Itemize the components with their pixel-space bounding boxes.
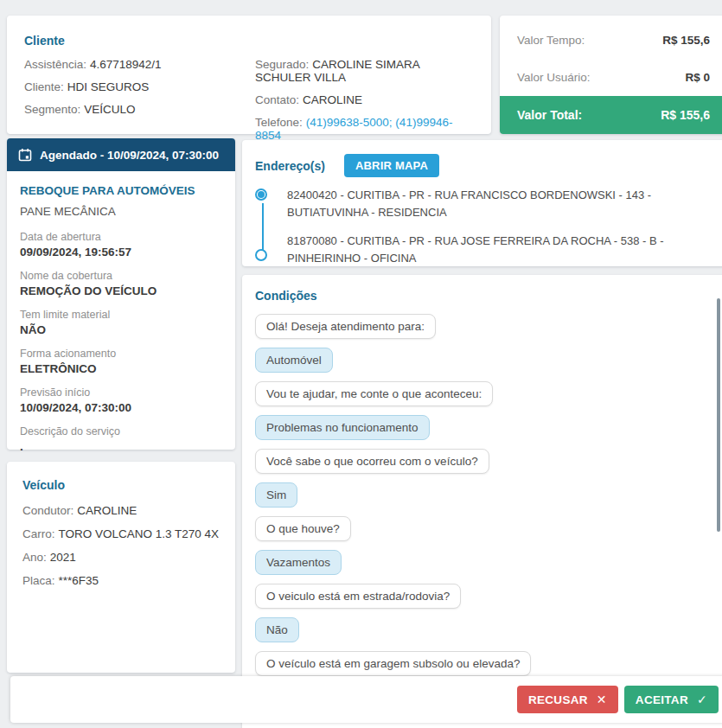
total-value-bar: Valor Total: R$ 155,6 — [500, 96, 722, 134]
service-field: Previsão início 10/09/2024, 07:30:00 — [20, 386, 222, 414]
vehicle-field-row: Placa:***6F35 — [22, 574, 220, 587]
chat-bubble: O que houve? — [255, 516, 351, 541]
reject-button-label: RECUSAR — [528, 693, 588, 706]
scheduled-header: Agendado - 10/09/2024, 07:30:00 — [7, 138, 235, 171]
conditions-card: Condições Olá! Deseja atendimento para: … — [242, 275, 722, 728]
value-row: Valor Tempo: R$ 155,6 — [517, 34, 710, 47]
client-field-row: Segmento:VEÍCULO — [24, 103, 255, 116]
client-field-row: Assistência:4.67718942/1 — [24, 58, 255, 71]
addresses-timeline: 82400420 - CURITIBA - PR - RUA FRANCISCO… — [255, 187, 714, 268]
close-icon: ✕ — [597, 693, 607, 706]
action-footer: RECUSAR ✕ ACEITAR ✓ — [10, 676, 722, 723]
chat-bubble: Não — [255, 617, 299, 642]
service-name: REBOQUE PARA AUTOMÓVEIS — [20, 184, 222, 197]
values-card: Valor Tempo: R$ 155,6 Valor Usuário: R$ … — [500, 16, 722, 134]
chat-bubble: Sim — [255, 482, 297, 508]
client-fields-left: Assistência:4.67718942/1 Cliente:HDI SEG… — [24, 58, 255, 142]
scrollbar-thumb[interactable] — [717, 298, 720, 532]
client-fields-right: Segurado:CAROLINE SIMARA SCHULER VILLA C… — [255, 58, 474, 142]
origin-marker-icon[interactable] — [255, 188, 267, 201]
client-field-row: Segurado:CAROLINE SIMARA SCHULER VILLA — [255, 58, 474, 84]
value-row: Valor Usuário: R$ 0 — [517, 71, 710, 84]
calendar-icon — [18, 148, 32, 162]
client-card-title: Cliente — [24, 34, 474, 48]
vehicle-card-title: Veículo — [22, 478, 220, 492]
chat-bubble: Olá! Deseja atendimento para: — [255, 314, 436, 339]
client-field-row: Telefone:(41)99638-5000; (41)99946-8854 — [255, 116, 474, 142]
address-item[interactable]: 81870080 - CURITIBA - PR - RUA JOSE FERR… — [287, 233, 714, 267]
total-value: R$ 155,6 — [661, 108, 710, 122]
chat-bubble: Automóvel — [255, 348, 333, 373]
vehicle-card: Veículo Condutor:CAROLINE Carro:TORO VOL… — [7, 462, 235, 673]
vehicle-field-row: Ano:2021 — [22, 551, 220, 564]
vehicle-field-row: Condutor:CAROLINE — [22, 504, 220, 517]
addresses-header: Endereço(s) ABRIR MAPA — [255, 154, 714, 177]
conditions-title: Condições — [255, 289, 714, 303]
service-field: Nome da cobertura REMOÇÃO DO VEÍCULO — [20, 270, 222, 297]
service-field: Descrição do serviço . — [20, 425, 222, 453]
client-fields: Assistência:4.67718942/1 Cliente:HDI SEG… — [24, 58, 474, 142]
route-line — [262, 203, 264, 252]
chat-bubble: Vou te ajudar, me conte o que aconteceu: — [255, 381, 493, 406]
chat-bubble: O veiculo está em estrada/rodovia? — [255, 584, 461, 609]
client-card: Cliente Assistência:4.67718942/1 Cliente… — [7, 16, 491, 134]
chat-bubble: Problemas no funcionamento — [255, 415, 430, 440]
scheduled-service-card: Agendado - 10/09/2024, 07:30:00 REBOQUE … — [7, 138, 235, 450]
check-icon: ✓ — [697, 693, 707, 706]
service-field: Forma acionamento ELETRÔNICO — [20, 348, 222, 375]
client-field-row: Contato:CAROLINE — [255, 93, 474, 106]
accept-button[interactable]: ACEITAR ✓ — [624, 686, 719, 713]
addresses-title: Endereço(s) — [255, 159, 325, 173]
service-field: Tem limite material NÃO — [20, 309, 222, 336]
open-map-button[interactable]: ABRIR MAPA — [344, 154, 439, 177]
scheduled-body: REBOQUE PARA AUTOMÓVEIS PANE MECÂNICA Da… — [7, 171, 235, 466]
scheduled-header-label: Agendado - 10/09/2024, 07:30:00 — [40, 149, 219, 162]
service-fields: Data de abertura 09/09/2024, 19:56:57 No… — [20, 231, 222, 453]
reject-button[interactable]: RECUSAR ✕ — [517, 686, 618, 713]
total-label: Valor Total: — [517, 108, 582, 122]
addresses-card: Endereço(s) ABRIR MAPA 82400420 - CURITI… — [242, 140, 722, 266]
address-list: 82400420 - CURITIBA - PR - RUA FRANCISCO… — [287, 187, 714, 268]
vehicle-field-row: Carro:TORO VOLCANO 1.3 T270 4X — [22, 527, 220, 540]
service-field: Data de abertura 09/09/2024, 19:56:57 — [20, 231, 222, 259]
chat-bubble: Vazamentos — [255, 550, 342, 575]
chat-messages: Olá! Deseja atendimento para: Automóvel … — [255, 314, 714, 708]
chat-bubble: Você sabe o que ocorreu com o veículo? — [255, 449, 489, 474]
chat-bubble: O veículo está em garagem subsolo ou ele… — [255, 651, 531, 676]
accept-button-label: ACEITAR — [636, 693, 688, 706]
destination-marker-icon[interactable] — [255, 249, 267, 261]
service-subtitle: PANE MECÂNICA — [20, 205, 222, 218]
client-field-row: Cliente:HDI SEGUROS — [24, 80, 255, 93]
address-item[interactable]: 82400420 - CURITIBA - PR - RUA FRANCISCO… — [287, 187, 714, 221]
vehicle-fields: Condutor:CAROLINE Carro:TORO VOLCANO 1.3… — [22, 504, 220, 587]
